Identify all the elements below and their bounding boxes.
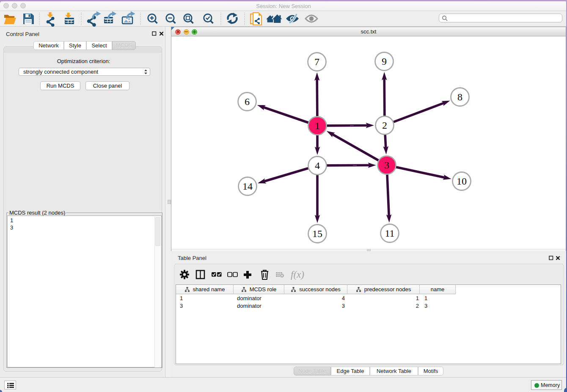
svg-text:2: 2 <box>382 120 387 131</box>
svg-text:7: 7 <box>314 56 319 67</box>
svg-text:9: 9 <box>382 56 387 67</box>
svg-text:11: 11 <box>385 228 394 239</box>
svg-text:4: 4 <box>315 160 320 171</box>
svg-text:6: 6 <box>245 96 250 107</box>
svg-text:3: 3 <box>384 160 389 171</box>
svg-text:15: 15 <box>312 228 322 239</box>
svg-text:f(x): f(x) <box>291 269 304 280</box>
svg-text:10: 10 <box>457 176 467 187</box>
svg-text:14: 14 <box>242 181 253 192</box>
svg-text:1: 1 <box>315 120 320 131</box>
svg-text:8: 8 <box>457 91 462 102</box>
